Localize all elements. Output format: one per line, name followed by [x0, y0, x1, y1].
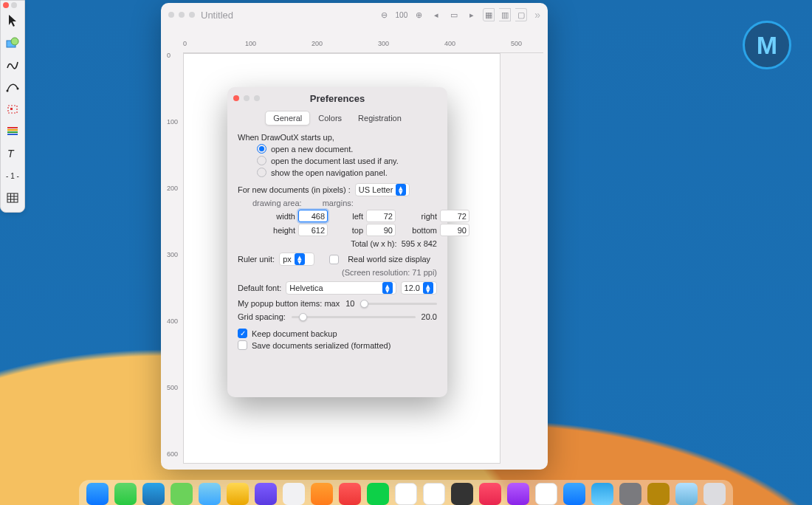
shape-tool[interactable]	[1, 32, 24, 54]
ruler-vertical: 0 100 200 300 400 500 600	[165, 52, 183, 465]
dock-app-launchpad[interactable]	[114, 483, 137, 505]
minimize-icon[interactable]	[179, 12, 185, 18]
zoom-icon[interactable]	[189, 12, 195, 18]
dock-app-safari[interactable]	[142, 483, 165, 505]
page-indicator: ▭	[447, 8, 461, 21]
real-world-checkbox[interactable]	[329, 255, 339, 264]
curve-tool[interactable]	[1, 76, 24, 98]
dock-app-photos[interactable]	[283, 483, 305, 505]
close-icon[interactable]	[168, 12, 174, 18]
view-full-icon[interactable]: ▢	[515, 8, 527, 21]
svg-rect-11	[7, 193, 18, 202]
top-field[interactable]: 90	[366, 224, 396, 236]
dock-app-news[interactable]	[535, 483, 557, 505]
tab-colors[interactable]: Colors	[310, 111, 350, 126]
grid-tool[interactable]	[1, 187, 24, 209]
preferences-title: Preferences	[227, 93, 447, 104]
dock-app-facetime[interactable]	[339, 483, 361, 505]
total-size-value: 595 x 842	[402, 239, 437, 248]
tool-palette: T - 1 -	[0, 0, 25, 213]
default-font-select[interactable]: Helvetica▴▾	[286, 281, 396, 295]
minimize-icon	[11, 2, 17, 8]
document-title: Untitled	[201, 10, 233, 21]
dock-app-drawoutx[interactable]	[591, 483, 613, 505]
dock-app-mail[interactable]	[199, 483, 221, 505]
preferences-window: Preferences General Colors Registration …	[227, 87, 447, 397]
view-dual-icon[interactable]: ▥	[499, 8, 511, 21]
svg-text:T: T	[7, 148, 15, 159]
dock-app-folder[interactable]	[647, 483, 670, 505]
preferences-titlebar[interactable]: Preferences	[227, 87, 447, 109]
next-icon[interactable]: ▸	[465, 8, 478, 21]
zoom-value: 100	[396, 11, 408, 19]
dock-app-podcasts2[interactable]	[507, 483, 529, 505]
keep-backup-checkbox[interactable]	[238, 329, 247, 338]
svg-point-1	[11, 38, 18, 45]
brand-logo: M	[743, 21, 791, 69]
default-font-size-select[interactable]: 12.0▴▾	[401, 281, 437, 295]
document-titlebar[interactable]: Untitled ⊖ 100 ⊕ ◂ ▭ ▸ ▦ ▥ ▢ »	[161, 3, 548, 27]
dock	[79, 480, 733, 505]
ruler-unit-select[interactable]: px▴▾	[279, 252, 314, 266]
height-field[interactable]: 612	[298, 224, 328, 236]
pointer-tool[interactable]	[1, 10, 24, 32]
document-toolbar: ⊖ 100 ⊕ ◂ ▭ ▸ ▦ ▥ ▢ »	[378, 8, 540, 21]
dock-app-downloads[interactable]	[675, 483, 698, 505]
right-field[interactable]: 72	[440, 210, 469, 222]
dock-app-calendar[interactable]	[367, 483, 389, 505]
lines-style-tool[interactable]	[1, 120, 24, 142]
dock-app-trash[interactable]	[703, 483, 726, 505]
zoom-in-icon[interactable]: ⊕	[412, 8, 425, 21]
dock-app-contacts[interactable]	[395, 483, 417, 505]
svg-point-2	[7, 90, 9, 92]
radio-open-new[interactable]	[257, 144, 266, 154]
view-single-icon[interactable]: ▦	[483, 8, 495, 21]
dock-app-messages[interactable]	[171, 483, 193, 505]
radio-open-last[interactable]	[257, 156, 266, 165]
popup-max-value: 10	[345, 299, 354, 308]
svg-point-3	[17, 88, 19, 90]
ruler-horizontal: 0 100 200 300 400 500	[165, 40, 543, 53]
startup-label: When DrawOutX starts up,	[238, 133, 334, 142]
left-field[interactable]: 72	[366, 210, 396, 222]
width-field[interactable]: 468	[298, 210, 328, 222]
preferences-tabs: General Colors Registration	[265, 111, 410, 126]
dock-app-settings[interactable]	[311, 483, 333, 505]
popup-max-slider[interactable]	[360, 303, 437, 305]
freehand-tool[interactable]	[1, 54, 24, 76]
dock-app-podcasts[interactable]	[255, 483, 277, 505]
chevron-right-icon[interactable]: »	[534, 9, 540, 21]
dock-app-tv[interactable]	[451, 483, 473, 505]
radio-show-nav[interactable]	[257, 168, 266, 177]
dock-app-music[interactable]	[479, 483, 501, 505]
prev-icon[interactable]: ◂	[430, 8, 443, 21]
dock-app-reminders[interactable]	[423, 483, 445, 505]
zoom-out-icon[interactable]: ⊖	[378, 8, 391, 21]
paper-size-select[interactable]: US Letter▴▾	[355, 183, 410, 196]
dock-app-systemprefs[interactable]	[619, 483, 641, 505]
bottom-field[interactable]: 90	[440, 224, 469, 236]
grid-spacing-slider[interactable]	[292, 316, 416, 318]
text-tool[interactable]: T	[1, 142, 24, 165]
save-serialized-checkbox[interactable]	[238, 340, 247, 350]
tab-general[interactable]: General	[265, 111, 310, 126]
new-documents-label: For new documents (in pixels) :	[238, 185, 351, 194]
dock-app-maps[interactable]	[227, 483, 249, 505]
dock-app-finder[interactable]	[86, 483, 109, 505]
tab-registration[interactable]: Registration	[350, 111, 410, 126]
grid-spacing-value: 20.0	[422, 312, 437, 321]
close-icon[interactable]	[3, 2, 9, 8]
crop-tool[interactable]	[1, 98, 24, 120]
dock-app-appstore[interactable]	[563, 483, 585, 505]
measure-tool[interactable]: - 1 -	[1, 165, 24, 187]
svg-rect-5	[10, 108, 13, 110]
